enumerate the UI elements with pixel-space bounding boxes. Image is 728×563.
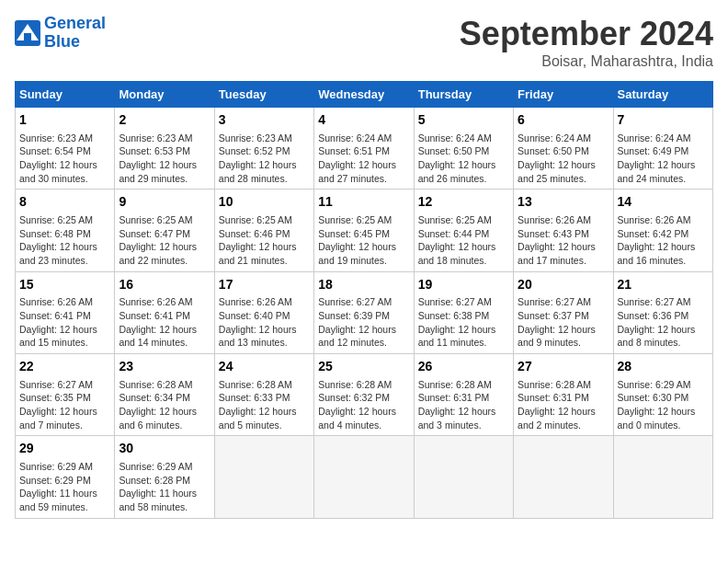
table-row: 26Sunrise: 6:28 AM Sunset: 6:31 PM Dayli… <box>414 354 513 436</box>
table-row: 18Sunrise: 6:27 AM Sunset: 6:39 PM Dayli… <box>314 271 414 353</box>
table-row: 19Sunrise: 6:27 AM Sunset: 6:38 PM Dayli… <box>414 271 513 353</box>
calendar-header-row: Sunday Monday Tuesday Wednesday Thursday… <box>16 82 713 108</box>
table-row: 2Sunrise: 6:23 AM Sunset: 6:53 PM Daylig… <box>115 108 214 190</box>
table-row <box>514 436 613 518</box>
page-header: General Blue September 2024 Boisar, Maha… <box>15 15 713 70</box>
month-title: September 2024 <box>460 15 713 53</box>
logo-icon <box>15 20 40 46</box>
svg-rect-2 <box>24 33 31 40</box>
table-row: 9Sunrise: 6:25 AM Sunset: 6:47 PM Daylig… <box>115 190 214 271</box>
table-row: 22Sunrise: 6:27 AM Sunset: 6:35 PM Dayli… <box>16 354 115 436</box>
table-row: 29Sunrise: 6:29 AM Sunset: 6:29 PM Dayli… <box>16 436 115 518</box>
table-row: 7Sunrise: 6:24 AM Sunset: 6:49 PM Daylig… <box>613 108 712 190</box>
table-row: 5Sunrise: 6:24 AM Sunset: 6:50 PM Daylig… <box>414 108 513 190</box>
table-row: 23Sunrise: 6:28 AM Sunset: 6:34 PM Dayli… <box>115 354 214 436</box>
table-row: 28Sunrise: 6:29 AM Sunset: 6:30 PM Dayli… <box>613 354 712 436</box>
table-row <box>214 436 313 518</box>
header-friday: Friday <box>514 82 613 108</box>
header-sunday: Sunday <box>16 82 115 108</box>
table-row: 1Sunrise: 6:23 AM Sunset: 6:54 PM Daylig… <box>16 108 115 190</box>
logo-text: General Blue <box>44 15 106 52</box>
calendar-week-5: 29Sunrise: 6:29 AM Sunset: 6:29 PM Dayli… <box>16 436 713 518</box>
table-row: 27Sunrise: 6:28 AM Sunset: 6:31 PM Dayli… <box>514 354 613 436</box>
table-row: 10Sunrise: 6:25 AM Sunset: 6:46 PM Dayli… <box>214 190 313 271</box>
table-row: 8Sunrise: 6:25 AM Sunset: 6:48 PM Daylig… <box>16 190 115 271</box>
header-tuesday: Tuesday <box>214 82 313 108</box>
table-row: 12Sunrise: 6:25 AM Sunset: 6:44 PM Dayli… <box>414 190 513 271</box>
logo: General Blue <box>15 15 106 52</box>
table-row: 16Sunrise: 6:26 AM Sunset: 6:41 PM Dayli… <box>115 271 214 353</box>
table-row: 20Sunrise: 6:27 AM Sunset: 6:37 PM Dayli… <box>514 271 613 353</box>
logo-line1: General <box>44 14 106 32</box>
table-row: 30Sunrise: 6:29 AM Sunset: 6:28 PM Dayli… <box>115 436 214 518</box>
table-row: 4Sunrise: 6:24 AM Sunset: 6:51 PM Daylig… <box>314 108 414 190</box>
table-row: 17Sunrise: 6:26 AM Sunset: 6:40 PM Dayli… <box>214 271 313 353</box>
table-row: 24Sunrise: 6:28 AM Sunset: 6:33 PM Dayli… <box>214 354 313 436</box>
calendar-week-1: 1Sunrise: 6:23 AM Sunset: 6:54 PM Daylig… <box>16 108 713 190</box>
title-block: September 2024 Boisar, Maharashtra, Indi… <box>460 15 713 70</box>
table-row: 21Sunrise: 6:27 AM Sunset: 6:36 PM Dayli… <box>613 271 712 353</box>
calendar-week-3: 15Sunrise: 6:26 AM Sunset: 6:41 PM Dayli… <box>16 271 713 353</box>
table-row: 25Sunrise: 6:28 AM Sunset: 6:32 PM Dayli… <box>314 354 414 436</box>
table-row <box>414 436 513 518</box>
table-row: 3Sunrise: 6:23 AM Sunset: 6:52 PM Daylig… <box>214 108 313 190</box>
calendar-week-2: 8Sunrise: 6:25 AM Sunset: 6:48 PM Daylig… <box>16 190 713 271</box>
table-row: 11Sunrise: 6:25 AM Sunset: 6:45 PM Dayli… <box>314 190 414 271</box>
header-monday: Monday <box>115 82 214 108</box>
calendar-table: Sunday Monday Tuesday Wednesday Thursday… <box>15 81 713 519</box>
table-row <box>314 436 414 518</box>
table-row: 13Sunrise: 6:26 AM Sunset: 6:43 PM Dayli… <box>514 190 613 271</box>
location-subtitle: Boisar, Maharashtra, India <box>460 53 713 70</box>
logo-line2: Blue <box>44 32 80 51</box>
header-wednesday: Wednesday <box>314 82 414 108</box>
calendar-week-4: 22Sunrise: 6:27 AM Sunset: 6:35 PM Dayli… <box>16 354 713 436</box>
header-saturday: Saturday <box>613 82 712 108</box>
table-row: 15Sunrise: 6:26 AM Sunset: 6:41 PM Dayli… <box>16 271 115 353</box>
table-row: 6Sunrise: 6:24 AM Sunset: 6:50 PM Daylig… <box>514 108 613 190</box>
header-thursday: Thursday <box>414 82 513 108</box>
table-row: 14Sunrise: 6:26 AM Sunset: 6:42 PM Dayli… <box>613 190 712 271</box>
table-row <box>613 436 712 518</box>
